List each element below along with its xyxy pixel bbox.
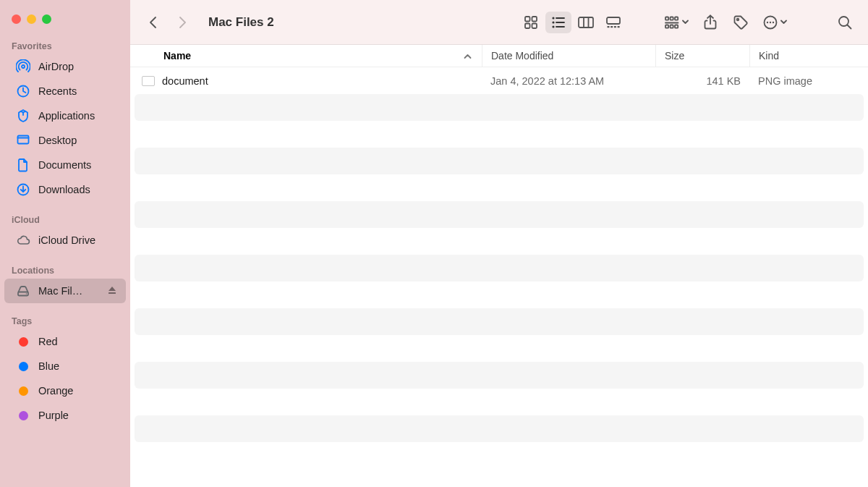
sidebar-item[interactable]: Orange bbox=[4, 378, 126, 403]
empty-row bbox=[135, 308, 864, 335]
sidebar-item-label: Downloads bbox=[38, 184, 119, 195]
share-button[interactable] bbox=[697, 12, 723, 33]
back-button[interactable] bbox=[140, 12, 166, 33]
more-circle-icon bbox=[762, 14, 778, 30]
column-size-label: Size bbox=[665, 50, 684, 62]
svg-rect-13 bbox=[532, 23, 537, 28]
sidebar-item[interactable]: Applications bbox=[4, 103, 126, 128]
toolbar-actions bbox=[660, 12, 791, 33]
sidebar-item[interactable]: Downloads bbox=[4, 177, 126, 202]
column-header-name[interactable]: Name bbox=[130, 45, 482, 67]
svg-rect-26 bbox=[614, 26, 616, 27]
svg-rect-10 bbox=[525, 17, 530, 22]
svg-rect-20 bbox=[579, 17, 593, 27]
list-icon bbox=[550, 14, 566, 30]
doc-icon bbox=[16, 158, 30, 172]
file-thumbnail-icon bbox=[142, 76, 155, 86]
svg-line-42 bbox=[848, 25, 851, 28]
forward-button[interactable] bbox=[169, 12, 195, 33]
sidebar-item[interactable]: Recents bbox=[4, 79, 126, 103]
sidebar-section-header[interactable]: Locations bbox=[0, 261, 130, 279]
empty-row bbox=[135, 362, 864, 389]
file-size: 141 KB bbox=[655, 75, 749, 87]
tag-dot-icon bbox=[16, 384, 30, 398]
sidebar-item-label: Mac Fil… bbox=[38, 285, 99, 297]
svg-rect-33 bbox=[671, 25, 673, 27]
sidebar-section-header[interactable]: Favorites bbox=[0, 37, 130, 54]
window-controls bbox=[0, 7, 130, 37]
svg-rect-11 bbox=[532, 17, 537, 22]
file-list[interactable]: document Jan 4, 2022 at 12:13 AM 141 KB … bbox=[130, 67, 868, 487]
file-row[interactable]: document Jan 4, 2022 at 12:13 AM 141 KB … bbox=[130, 67, 868, 94]
file-kind: PNG image bbox=[749, 75, 868, 87]
empty-row bbox=[130, 442, 868, 469]
column-view-button[interactable] bbox=[573, 12, 599, 33]
tag-dot-icon bbox=[16, 334, 30, 349]
share-icon bbox=[703, 14, 718, 30]
list-view-button[interactable] bbox=[545, 12, 571, 33]
desktop-icon bbox=[16, 133, 30, 148]
zoom-window-button[interactable] bbox=[42, 14, 51, 24]
svg-rect-23 bbox=[607, 17, 620, 24]
gallery-view-button[interactable] bbox=[600, 12, 626, 33]
svg-rect-12 bbox=[525, 23, 530, 28]
chevron-right-icon bbox=[177, 16, 187, 29]
empty-row bbox=[130, 335, 868, 362]
sort-asc-icon bbox=[464, 50, 472, 62]
svg-point-8 bbox=[26, 293, 27, 295]
column-header-date[interactable]: Date Modified bbox=[482, 45, 655, 67]
empty-row bbox=[130, 389, 868, 415]
empty-row bbox=[130, 121, 868, 148]
sidebar-item-label: iCloud Drive bbox=[38, 234, 119, 246]
sidebar-item[interactable]: Blue bbox=[4, 354, 126, 378]
sidebar-item[interactable]: Documents bbox=[4, 153, 126, 177]
sidebar-item[interactable]: AirDrop bbox=[4, 54, 126, 79]
empty-row bbox=[135, 201, 864, 228]
sidebar-item[interactable]: Red bbox=[4, 329, 126, 354]
minimize-window-button[interactable] bbox=[27, 14, 36, 24]
icon-view-button[interactable] bbox=[518, 12, 544, 33]
column-header-kind[interactable]: Kind bbox=[749, 45, 868, 67]
sidebar-item[interactable]: iCloud Drive bbox=[4, 228, 126, 253]
empty-row bbox=[135, 148, 864, 174]
sidebar-section-header[interactable]: iCloud bbox=[0, 211, 130, 228]
search-icon bbox=[837, 14, 853, 30]
svg-point-40 bbox=[773, 21, 774, 22]
sidebar-item[interactable]: Mac Fil… bbox=[4, 279, 126, 303]
tag-dot-icon bbox=[16, 359, 30, 373]
sidebar-item-label: Desktop bbox=[38, 135, 119, 146]
svg-point-0 bbox=[22, 65, 25, 68]
tag-dot-icon bbox=[16, 408, 30, 423]
tags-button[interactable] bbox=[728, 12, 754, 33]
svg-rect-27 bbox=[618, 26, 620, 27]
close-window-button[interactable] bbox=[12, 14, 21, 24]
svg-rect-9 bbox=[109, 292, 116, 294]
sidebar-section-header[interactable]: Tags bbox=[0, 312, 130, 329]
chevron-left-icon bbox=[148, 16, 158, 29]
action-menu-button[interactable] bbox=[758, 12, 791, 33]
sidebar-item-label: Recents bbox=[38, 85, 119, 97]
column-name-label: Name bbox=[163, 50, 191, 62]
columns-header: Name Date Modified Size Kind bbox=[130, 45, 868, 67]
sidebar-item-label: Red bbox=[38, 336, 119, 347]
search-button[interactable] bbox=[832, 12, 858, 33]
empty-row bbox=[135, 415, 864, 442]
column-date-label: Date Modified bbox=[491, 50, 553, 62]
svg-point-38 bbox=[767, 21, 768, 22]
eject-icon[interactable] bbox=[107, 285, 119, 297]
nav-buttons bbox=[140, 12, 195, 33]
svg-point-16 bbox=[552, 25, 554, 27]
sidebar-item-label: Documents bbox=[38, 159, 119, 171]
sidebar-item[interactable]: Desktop bbox=[4, 128, 126, 153]
sidebar-item[interactable]: Purple bbox=[4, 403, 126, 428]
svg-point-36 bbox=[737, 18, 739, 20]
file-name: document bbox=[162, 75, 208, 87]
group-by-button[interactable] bbox=[660, 12, 693, 33]
toolbar: Mac Files 2 bbox=[130, 0, 868, 45]
chevron-down-icon bbox=[780, 20, 787, 25]
apps-icon bbox=[16, 109, 30, 123]
tag-icon bbox=[733, 14, 749, 30]
empty-row bbox=[130, 281, 868, 308]
column-header-size[interactable]: Size bbox=[655, 45, 749, 67]
svg-rect-30 bbox=[675, 17, 678, 20]
